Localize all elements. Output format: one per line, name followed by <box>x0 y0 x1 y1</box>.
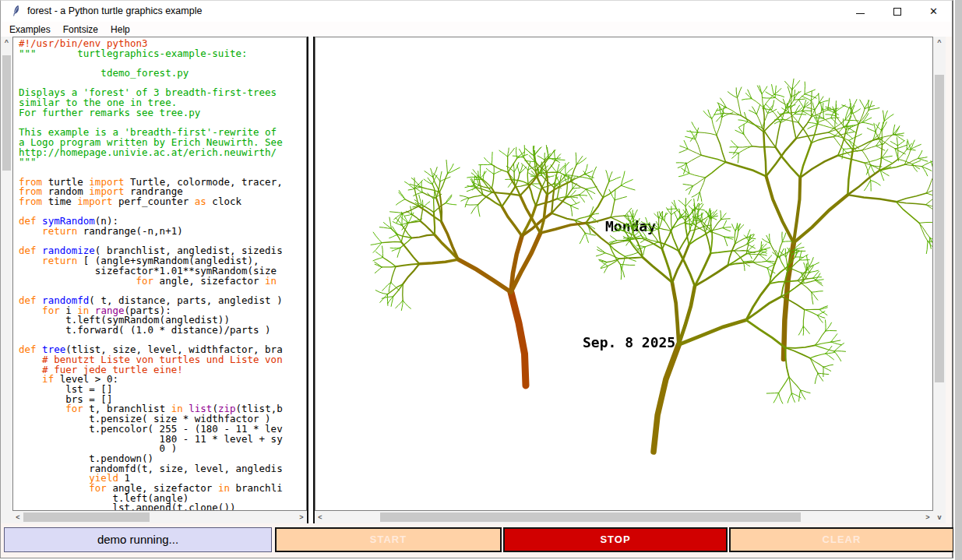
scroll-up-icon[interactable]: ^ <box>933 37 946 48</box>
canvas-vscrollbar[interactable]: ^ v <box>933 37 946 523</box>
python-feather-icon <box>9 5 22 17</box>
main-area: ^ v #!/usr/bin/env python3""" turtlegrap… <box>1 37 952 523</box>
minimize-icon <box>856 13 865 14</box>
code-line: lst.append(t.clone()) <box>19 503 306 511</box>
code-line: http://homepage.univie.ac.at/erich.neuwi… <box>19 148 306 158</box>
status-label: demo running... <box>4 527 272 552</box>
stop-button[interactable]: STOP <box>503 527 728 552</box>
window-controls: ✕ <box>842 1 952 22</box>
code-line: """ <box>19 157 306 167</box>
pane-sash[interactable] <box>307 37 315 523</box>
code-line: for angle, sizefactor in <box>19 276 306 287</box>
scrollbar-corner <box>1 511 12 523</box>
window-title: forest - a Python turtle graphics exampl… <box>27 5 202 16</box>
menu-item-examples[interactable]: Examples <box>5 24 55 35</box>
menu-bar: Examples Fontsize Help <box>1 22 952 37</box>
start-button[interactable]: START <box>275 527 502 552</box>
app-window: forest - a Python turtle graphics exampl… <box>0 0 953 558</box>
code-text: #!/usr/bin/env python3""" turtlegraphics… <box>13 37 306 511</box>
close-icon: ✕ <box>929 5 938 17</box>
canvas-hscrollbar-thumb[interactable] <box>380 512 801 522</box>
maximize-icon <box>893 8 901 16</box>
screen-edge <box>953 0 962 560</box>
scroll-right-icon[interactable]: > <box>296 512 307 523</box>
code-line: from time import perf_counter as clock <box>19 197 306 207</box>
clear-button[interactable]: CLEAR <box>729 527 954 552</box>
code-vscrollbar[interactable]: ^ v <box>1 37 12 523</box>
scroll-left-icon[interactable]: < <box>315 512 326 523</box>
menu-item-fontsize[interactable]: Fontsize <box>59 24 102 35</box>
scroll-left-icon[interactable]: < <box>12 512 23 523</box>
scroll-right-icon[interactable]: > <box>922 512 933 523</box>
bottom-bar: demo running... START STOP CLEAR <box>1 523 952 558</box>
scroll-up-icon[interactable]: ^ <box>1 37 12 48</box>
canvas-vscrollbar-thumb[interactable] <box>935 75 944 382</box>
title-bar: forest - a Python turtle graphics exampl… <box>1 1 952 22</box>
canvas-hscrollbar[interactable]: < > <box>315 511 933 523</box>
code-line: t.forward( (1.0 * distance)/parts ) <box>19 326 306 336</box>
code-line: """ turtlegraphics-example-suite: <box>19 49 306 59</box>
code-line: return randrange(-n,n+1) <box>19 227 306 237</box>
minimize-button[interactable] <box>842 1 879 22</box>
menu-item-help[interactable]: Help <box>107 24 134 35</box>
close-button[interactable]: ✕ <box>915 1 952 22</box>
code-line: For further remarks see tree.py <box>19 108 306 118</box>
code-line: tdemo_forest.py <box>19 69 306 79</box>
code-editor[interactable]: #!/usr/bin/env python3""" turtlegraphics… <box>12 37 307 511</box>
turtle-canvas <box>315 37 932 510</box>
code-hscrollbar-thumb[interactable] <box>23 512 150 522</box>
scroll-down-icon[interactable]: v <box>933 512 946 523</box>
turtle-canvas-pane <box>315 37 933 511</box>
code-hscrollbar[interactable]: < > <box>12 511 307 523</box>
maximize-button[interactable] <box>879 1 915 22</box>
code-vscrollbar-thumb[interactable] <box>2 55 11 171</box>
